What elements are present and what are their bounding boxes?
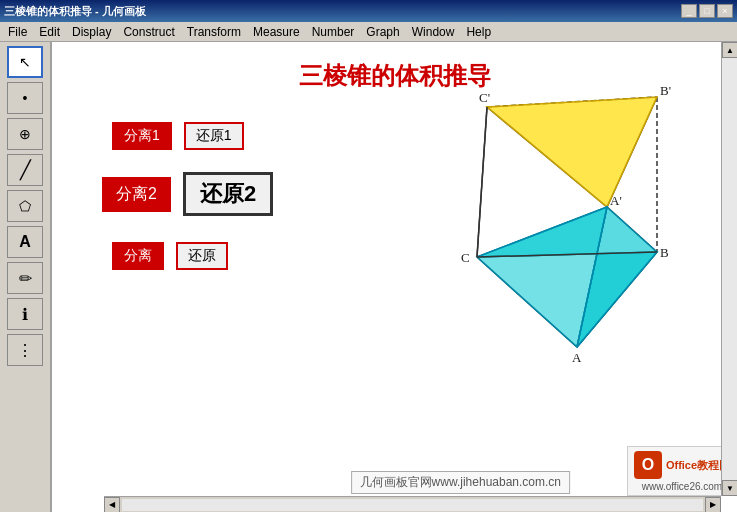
- watermark-text: 几何画板官网www.jihehuaban.com.cn: [351, 471, 570, 494]
- minimize-button[interactable]: _: [681, 4, 697, 18]
- menu-graph[interactable]: Graph: [360, 23, 405, 41]
- canvas-area: 三棱锥的体积推导 分离1 还原1 分离2 还原2 分离 还原: [52, 42, 737, 512]
- label-a-prime: A': [610, 193, 622, 208]
- window-controls[interactable]: _ □ ×: [681, 4, 733, 18]
- maximize-button[interactable]: □: [699, 4, 715, 18]
- office-url: www.office26.com: [642, 481, 722, 492]
- restore2-button[interactable]: 还原2: [183, 172, 273, 216]
- menu-bar: File Edit Display Construct Transform Me…: [0, 22, 737, 42]
- menu-help[interactable]: Help: [460, 23, 497, 41]
- text-tool[interactable]: A: [7, 226, 43, 258]
- office-icon: O: [634, 451, 662, 479]
- restore3-button[interactable]: 还原: [176, 242, 228, 270]
- scroll-up-button[interactable]: ▲: [722, 42, 737, 58]
- restore1-button[interactable]: 还原1: [184, 122, 244, 150]
- menu-window[interactable]: Window: [406, 23, 461, 41]
- svg-line-17: [477, 107, 487, 257]
- line-tool[interactable]: ╱: [7, 154, 43, 186]
- horizontal-scrollbar: ◀ ▶: [104, 496, 721, 512]
- separate1-button[interactable]: 分离1: [112, 122, 172, 150]
- scroll-track[interactable]: [122, 499, 703, 511]
- close-button[interactable]: ×: [717, 4, 733, 18]
- menu-construct[interactable]: Construct: [117, 23, 180, 41]
- geometry-figure: C' B' A' C B A: [457, 77, 697, 367]
- compass-tool[interactable]: ⊕: [7, 118, 43, 150]
- label-b-prime: B': [660, 83, 671, 98]
- menu-number[interactable]: Number: [306, 23, 361, 41]
- polygon-tool[interactable]: ⬠: [7, 190, 43, 222]
- vertical-scrollbar: ▲ ▼: [721, 42, 737, 496]
- point-tool[interactable]: •: [7, 82, 43, 114]
- scroll-right-button[interactable]: ▶: [705, 497, 721, 513]
- label-c-prime: C': [479, 90, 490, 105]
- label-c: C: [461, 250, 470, 265]
- separate2-button[interactable]: 分离2: [102, 177, 171, 212]
- arrow-tool[interactable]: ↖: [7, 46, 43, 78]
- svg-marker-13: [487, 97, 657, 207]
- scroll-down-button[interactable]: ▼: [722, 480, 737, 496]
- window-title: 三棱锥的体积推导 - 几何画板: [4, 4, 146, 19]
- menu-measure[interactable]: Measure: [247, 23, 306, 41]
- title-bar: 三棱锥的体积推导 - 几何画板 _ □ ×: [0, 0, 737, 22]
- menu-file[interactable]: File: [2, 23, 33, 41]
- label-a: A: [572, 350, 582, 365]
- marker-tool[interactable]: ✏: [7, 262, 43, 294]
- menu-edit[interactable]: Edit: [33, 23, 66, 41]
- left-toolbar: ↖ • ⊕ ╱ ⬠ A ✏ ℹ ⋮: [0, 42, 52, 512]
- main-layout: ↖ • ⊕ ╱ ⬠ A ✏ ℹ ⋮ 三棱锥的体积推导 分离1 还原1 分离2 还…: [0, 42, 737, 512]
- menu-transform[interactable]: Transform: [181, 23, 247, 41]
- info-tool[interactable]: ℹ: [7, 298, 43, 330]
- menu-display[interactable]: Display: [66, 23, 117, 41]
- more-tool[interactable]: ⋮: [7, 334, 43, 366]
- scroll-left-button[interactable]: ◀: [104, 497, 120, 513]
- separate3-button[interactable]: 分离: [112, 242, 164, 270]
- vscroll-track[interactable]: [722, 58, 737, 480]
- label-b: B: [660, 245, 669, 260]
